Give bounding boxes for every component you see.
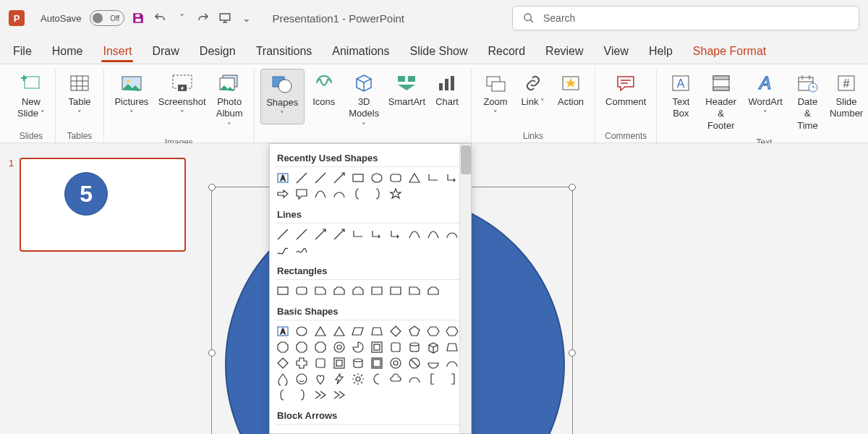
resize-handle[interactable]: [569, 349, 576, 357]
tab-slideshow[interactable]: Slide Show: [408, 42, 469, 64]
shape-elbowarr[interactable]: [445, 171, 459, 184]
shape-para[interactable]: [351, 325, 365, 338]
shape-curve[interactable]: [313, 187, 328, 200]
undo-dropdown-icon[interactable]: ˅: [174, 10, 190, 26]
zoom-button[interactable]: Zoom: [477, 69, 514, 123]
tab-transitions[interactable]: Transitions: [255, 42, 314, 64]
shape-scribble[interactable]: [294, 244, 309, 257]
shape-donut[interactable]: [388, 357, 403, 370]
shape-tri[interactable]: [313, 325, 328, 338]
shape-roundrect[interactable]: [294, 284, 309, 297]
shape-bevel[interactable]: [370, 357, 384, 370]
shape-star[interactable]: [388, 187, 403, 200]
shape-frame[interactable]: [370, 341, 384, 354]
table-button[interactable]: Table: [61, 69, 98, 123]
shape-textbox[interactable]: A: [276, 325, 290, 338]
tab-draw[interactable]: Draw: [150, 42, 180, 64]
header-footer-button[interactable]: Header & Footer: [700, 69, 741, 135]
shape-snip2[interactable]: [351, 284, 365, 297]
shape-donut[interactable]: [332, 341, 346, 354]
shape-heart[interactable]: [313, 373, 328, 386]
autosave-toggle[interactable]: Off: [90, 10, 124, 26]
redo-icon[interactable]: [195, 10, 211, 26]
shape-chevr[interactable]: [313, 388, 328, 401]
save-icon[interactable]: [130, 10, 146, 26]
shape-tri[interactable]: [332, 325, 346, 338]
shape-hex[interactable]: [426, 325, 441, 338]
shape-textbox[interactable]: A: [276, 171, 290, 184]
shape-snip1[interactable]: [313, 284, 328, 297]
shape-oval[interactable]: [294, 325, 309, 338]
chart-button[interactable]: Chart: [429, 69, 465, 111]
search-input[interactable]: Search: [512, 6, 859, 30]
shape-line[interactable]: [294, 228, 309, 241]
shape-arc[interactable]: [445, 228, 459, 241]
qat-dropdown-icon[interactable]: ⌄: [239, 10, 255, 26]
shape-rarrow[interactable]: [276, 187, 290, 200]
shape-rect[interactable]: [276, 284, 290, 297]
shape-chord[interactable]: [426, 357, 441, 370]
scrollbar-thumb[interactable]: [461, 145, 471, 174]
shape-can[interactable]: [313, 357, 328, 370]
shape-curve[interactable]: [426, 228, 441, 241]
shape-lbrace[interactable]: [351, 187, 365, 200]
shape-curve[interactable]: [407, 228, 422, 241]
shape-rect[interactable]: [351, 171, 365, 184]
shape-round1[interactable]: [388, 284, 403, 297]
tab-insert[interactable]: Insert: [101, 42, 133, 64]
shape-elbowarr[interactable]: [388, 228, 403, 241]
tab-review[interactable]: Review: [544, 42, 584, 64]
tab-record[interactable]: Record: [487, 42, 527, 64]
shape-frame[interactable]: [332, 357, 346, 370]
shape-callout[interactable]: [294, 187, 309, 200]
tab-shape-format[interactable]: Shape Format: [692, 42, 767, 64]
shape-can[interactable]: [388, 341, 403, 354]
present-from-start-icon[interactable]: [217, 10, 233, 26]
undo-icon[interactable]: [152, 10, 168, 26]
shape-not[interactable]: [407, 357, 422, 370]
pictures-button[interactable]: Pictures: [110, 69, 153, 123]
shape-trap[interactable]: [370, 325, 384, 338]
new-slide-button[interactable]: New Slide: [13, 69, 49, 123]
shape-elbow[interactable]: [426, 171, 441, 184]
shape-diamond[interactable]: [276, 357, 290, 370]
slide-thumbnail[interactable]: 5: [20, 158, 186, 252]
screenshot-button[interactable]: Screenshot: [155, 69, 210, 123]
shape-cube[interactable]: [426, 341, 441, 354]
shape-trap[interactable]: [445, 341, 459, 354]
shapes-button[interactable]: Shapes: [260, 69, 305, 124]
icons-button[interactable]: Icons: [306, 69, 342, 111]
shape-sun[interactable]: [351, 373, 365, 386]
shape-plus[interactable]: [294, 357, 309, 370]
shape-cloud[interactable]: [388, 373, 403, 386]
shape-cyl[interactable]: [351, 357, 365, 370]
tab-help[interactable]: Help: [647, 42, 674, 64]
shape-freeform[interactable]: [276, 244, 290, 257]
shape-oct[interactable]: [276, 341, 290, 354]
shape-arc[interactable]: [445, 357, 459, 370]
smartart-button[interactable]: SmartArt: [386, 69, 427, 111]
shape-oval[interactable]: [370, 171, 384, 184]
shape-moon[interactable]: [370, 373, 384, 386]
shape-snip1[interactable]: [407, 284, 422, 297]
shape-arrowline[interactable]: [332, 228, 346, 241]
shape-elbow[interactable]: [351, 228, 365, 241]
shape-rbrace[interactable]: [294, 388, 309, 401]
shape-oct[interactable]: [294, 341, 309, 354]
shape-hex[interactable]: [445, 325, 459, 338]
shape-line[interactable]: [294, 171, 309, 184]
slide-number-button[interactable]: #Slide Number: [827, 69, 865, 123]
shape-lbrace[interactable]: [276, 388, 290, 401]
resize-handle[interactable]: [569, 184, 576, 191]
shape-drop[interactable]: [276, 373, 290, 386]
tab-file[interactable]: File: [12, 42, 33, 64]
resize-handle[interactable]: [208, 184, 216, 191]
shape-arrowline[interactable]: [332, 171, 346, 184]
shape-bolt[interactable]: [332, 373, 346, 386]
shape-arc[interactable]: [332, 187, 346, 200]
shape-tri[interactable]: [407, 171, 422, 184]
photo-album-button[interactable]: Photo Album: [211, 69, 248, 135]
shape-roundrect[interactable]: [388, 171, 403, 184]
shape-elbowarr[interactable]: [370, 228, 384, 241]
shape-line[interactable]: [276, 228, 290, 241]
